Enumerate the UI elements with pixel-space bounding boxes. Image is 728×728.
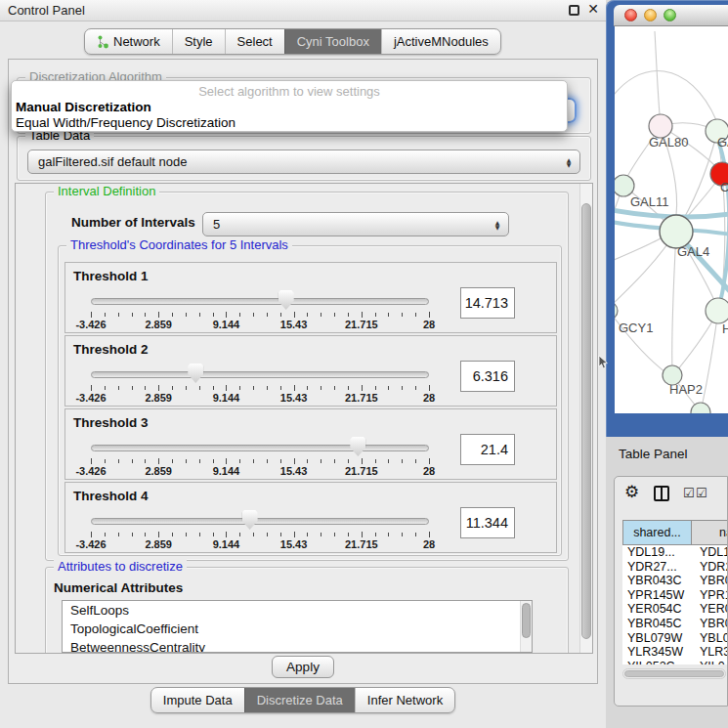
threshold-value-field[interactable]: 14.713: [460, 287, 515, 319]
tab-label: Network: [113, 34, 160, 49]
threshold-value-field[interactable]: 11.344: [460, 507, 515, 538]
slider-tick: [267, 313, 268, 317]
node-gal4[interactable]: [660, 215, 693, 248]
spinner-arrows-icon[interactable]: ▲▼: [562, 150, 576, 173]
slider-track[interactable]: [91, 371, 429, 378]
scrollbar-thumb[interactable]: [522, 603, 531, 638]
network-nodes[interactable]: [615, 114, 728, 413]
slider-track[interactable]: [91, 518, 429, 525]
slider-tick: [239, 533, 240, 536]
tab-impute-data[interactable]: Impute Data: [151, 688, 244, 712]
label-gal80: GAL80: [649, 135, 688, 150]
slider-tick-label: 15.43: [280, 392, 308, 404]
mac-close-button[interactable]: [624, 9, 637, 21]
list-scrollbar[interactable]: [520, 601, 532, 652]
tab-discretize-data[interactable]: Discretize Data: [244, 688, 355, 712]
slider-tick: [375, 459, 376, 463]
label-h: H: [722, 321, 728, 336]
threshold-value-field[interactable]: 21.4: [460, 434, 515, 465]
number-of-intervals-combobox[interactable]: 5 ▲▼: [202, 212, 509, 236]
table-row[interactable]: YIL052CYIL0: [622, 660, 728, 664]
column-header-name[interactable]: na: [692, 520, 728, 545]
tab-network[interactable]: Network: [85, 29, 172, 54]
top-tab-bar: NetworkStyleSelectCyni ToolboxjActiveMNo…: [84, 28, 501, 55]
tab-select[interactable]: Select: [225, 29, 284, 54]
slider-tick-label: -3.426: [75, 538, 106, 550]
tab-cyni-toolbox[interactable]: Cyni Toolbox: [284, 29, 381, 54]
mouse-cursor: [598, 356, 610, 369]
table-row[interactable]: YLR345WYLR3: [622, 645, 728, 660]
slider-tick: [375, 313, 376, 317]
slider-tick: [172, 533, 173, 536]
table-row[interactable]: YBR045CYBR0: [622, 617, 728, 631]
slider-thumb[interactable]: [278, 290, 294, 310]
cell-name: YLR3: [692, 645, 728, 660]
slider-tick-label: 28: [423, 465, 435, 477]
horizontal-scrollbar[interactable]: [622, 668, 726, 679]
label-gcy1: GCY1: [619, 321, 653, 335]
list-item-topologicalcoefficient[interactable]: TopologicalCoefficient: [63, 620, 532, 638]
table-row[interactable]: YDR27...YDR2: [622, 560, 728, 575]
spinner-arrows-icon[interactable]: ▲▼: [491, 213, 504, 236]
checkbox-icon[interactable]: ☑: [683, 486, 695, 500]
scrollbar-thumb[interactable]: [581, 203, 591, 639]
table-row[interactable]: YPR145WYPR1: [622, 588, 728, 603]
slider-tick-label: 15.43: [280, 465, 308, 477]
slider-thumb[interactable]: [242, 510, 258, 530]
slider-track[interactable]: [91, 445, 429, 451]
checkbox-icon[interactable]: ☑: [696, 486, 707, 500]
menu-item-equal-width-frequency-discretization[interactable]: Equal Width/Frequency Discretization: [12, 115, 567, 131]
tab-infer-network[interactable]: Infer Network: [355, 688, 454, 712]
tab-jactivemnodules[interactable]: jActiveMNodules: [381, 29, 500, 54]
slider-thumb[interactable]: [188, 364, 203, 383]
slider-tick: [388, 459, 389, 463]
mac-zoom-button[interactable]: [664, 9, 676, 21]
node-gcy1[interactable]: [615, 302, 618, 320]
slider-tick: [145, 386, 146, 390]
list-item-selfloops[interactable]: SelfLoops: [63, 601, 532, 620]
slider-tick-label: 28: [423, 392, 435, 404]
slider-tick: [307, 459, 308, 463]
menu-item-manual-discretization[interactable]: Manual Discretization: [12, 100, 567, 115]
threshold-label: Threshold 1: [73, 269, 149, 283]
numerical-attributes-list[interactable]: SelfLoopsTopologicalCoefficientBetweenne…: [62, 600, 533, 653]
apply-button[interactable]: Apply: [272, 656, 334, 678]
node-gal11[interactable]: [615, 175, 634, 196]
close-icon[interactable]: ✕: [587, 1, 599, 17]
table-row[interactable]: YBR043CYBR0: [622, 574, 728, 588]
tab-style[interactable]: Style: [172, 29, 225, 54]
algorithm-dropdown-popup: Select algorithm to view settings Manual…: [11, 80, 568, 132]
network-graph: GAL80 GA C GAL11 GAL4 GCY1 H HAP2: [615, 26, 728, 413]
slider-tick: [388, 313, 389, 317]
control-panel-window: Control Panel ✕ NetworkStyleSelectCyni T…: [0, 0, 606, 728]
column-header-shared-name[interactable]: shared...: [622, 520, 692, 545]
slider-tick: [429, 458, 430, 464]
slider-tick: [132, 313, 133, 317]
node-h[interactable]: [706, 298, 728, 323]
table-row[interactable]: YDL19...YDL1: [622, 545, 728, 560]
table-row[interactable]: YBL079WYBL0: [622, 631, 728, 646]
slider-tick: [388, 533, 389, 536]
slider-tick: [267, 533, 268, 536]
table-row[interactable]: YER054CYER0: [622, 602, 728, 617]
slider-track[interactable]: [91, 298, 429, 305]
slider-tick: [132, 459, 133, 463]
mac-minimize-button[interactable]: [644, 9, 657, 21]
slider-tick: [239, 459, 240, 463]
slider-thumb[interactable]: [350, 437, 365, 456]
float-window-icon[interactable]: [569, 5, 579, 16]
split-columns-icon[interactable]: [654, 486, 669, 501]
table-data-combobox[interactable]: galFiltered.sif default node ▲▼: [27, 150, 580, 174]
gear-icon[interactable]: ⚙: [624, 482, 639, 501]
network-canvas[interactable]: GAL80 GA C GAL11 GAL4 GCY1 H HAP2: [615, 26, 728, 413]
thresholds-group: Threshold's Coordinates for 5 Intervals …: [58, 245, 562, 556]
slider-tick: [415, 459, 416, 463]
vertical-scrollbar[interactable]: [579, 184, 592, 653]
cell-shared-name: YBR045C: [622, 617, 692, 631]
slider-tick: [362, 458, 363, 464]
scrollbar-thumb[interactable]: [624, 670, 724, 677]
list-item-betweennesscentrality[interactable]: BetweennessCentrality: [63, 638, 532, 653]
threshold-value-field[interactable]: 6.316: [460, 361, 515, 392]
slider-tick-label: -3.426: [75, 465, 106, 477]
table-panel-window: ⚙ ☑ ☑ shared... na YDL19...YDL1YDR27...Y…: [614, 476, 728, 707]
